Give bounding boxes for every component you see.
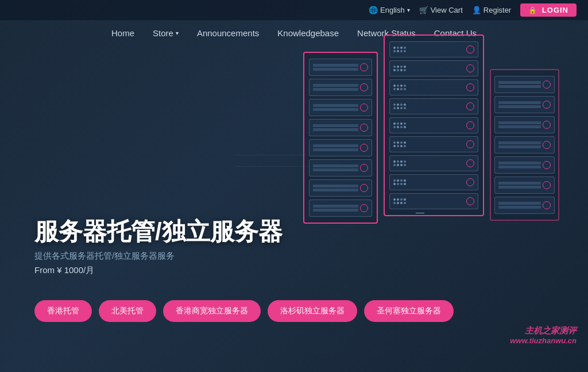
server-unit bbox=[494, 177, 555, 194]
watermark: 主机之家测评 www.tiuzhanwu.cn bbox=[510, 325, 577, 345]
nav-store[interactable]: Store ▾ bbox=[153, 28, 179, 38]
watermark-line1: 主机之家测评 bbox=[510, 325, 577, 336]
login-button[interactable]: LOGIN bbox=[520, 3, 577, 17]
watermark-line2: www.tiuzhanwu.cn bbox=[510, 336, 577, 345]
nav-knowledgebase[interactable]: Knowledgebase bbox=[277, 28, 339, 38]
register-link[interactable]: Register bbox=[472, 6, 511, 14]
server-unit bbox=[389, 79, 478, 95]
server-unit bbox=[389, 174, 478, 190]
server-unit bbox=[309, 99, 372, 116]
lock-icon bbox=[528, 6, 539, 14]
register-label: Register bbox=[483, 6, 511, 14]
server-unit bbox=[389, 136, 478, 152]
server-unit bbox=[309, 139, 372, 156]
login-label: LOGIN bbox=[542, 6, 568, 14]
server-unit bbox=[494, 156, 555, 174]
hero-title: 服务器托管/独立服务器 bbox=[34, 218, 283, 245]
btn-sanjose-server[interactable]: 圣何塞独立服务器 bbox=[364, 300, 454, 322]
server-unit bbox=[309, 119, 372, 136]
server-unit bbox=[494, 96, 555, 113]
server-unit bbox=[389, 41, 478, 57]
server-unit bbox=[309, 159, 372, 177]
server-unit bbox=[389, 60, 478, 76]
cart-label: View Cart bbox=[431, 6, 463, 14]
hero-text: 服务器托管/独立服务器 提供各式服务器托管/独立服务器服务 From ¥ 100… bbox=[34, 218, 283, 276]
server-unit bbox=[389, 98, 478, 114]
globe-icon bbox=[369, 6, 378, 14]
user-icon bbox=[472, 6, 481, 14]
language-label: English bbox=[380, 6, 405, 14]
server-unit bbox=[494, 197, 555, 214]
rack-right bbox=[490, 69, 559, 221]
category-buttons: 香港托管 北美托管 香港商宽独立服务器 洛杉矶独立服务器 圣何塞独立服务器 bbox=[34, 300, 454, 322]
server-unit bbox=[309, 200, 372, 217]
rack-center bbox=[384, 34, 484, 216]
hero-section: 服务器托管/独立服务器 提供各式服务器托管/独立服务器服务 From ¥ 100… bbox=[0, 46, 588, 356]
server-unit bbox=[389, 155, 478, 171]
top-bar: English ▾ View Cart Register LOGIN bbox=[0, 0, 588, 20]
btn-north-america-hosting[interactable]: 北美托管 bbox=[99, 300, 156, 322]
hero-price: From ¥ 1000/月 bbox=[34, 265, 283, 276]
server-unit bbox=[309, 179, 372, 197]
rack-left bbox=[303, 52, 378, 224]
cart-link[interactable]: View Cart bbox=[419, 6, 463, 14]
store-arrow: ▾ bbox=[176, 30, 179, 36]
cart-icon bbox=[419, 6, 428, 14]
server-unit bbox=[494, 116, 555, 133]
server-unit bbox=[389, 193, 478, 209]
nav-home[interactable]: Home bbox=[111, 28, 134, 38]
btn-la-server[interactable]: 洛杉矶独立服务器 bbox=[268, 300, 357, 322]
language-selector[interactable]: English ▾ bbox=[369, 6, 410, 14]
language-arrow: ▾ bbox=[407, 7, 410, 13]
server-unit bbox=[309, 59, 372, 76]
server-unit bbox=[494, 76, 555, 93]
nav-announcements[interactable]: Announcements bbox=[197, 28, 259, 38]
main-nav: Home Store ▾ Announcements Knowledgebase… bbox=[0, 20, 588, 46]
btn-hong-kong-broadband[interactable]: 香港商宽独立服务器 bbox=[163, 300, 261, 322]
btn-hong-kong-hosting[interactable]: 香港托管 bbox=[34, 300, 92, 322]
hero-subtitle: 提供各式服务器托管/独立服务器服务 bbox=[34, 251, 283, 262]
server-unit bbox=[494, 136, 555, 154]
server-unit bbox=[389, 117, 478, 133]
racks-container bbox=[303, 52, 559, 224]
server-unit bbox=[309, 79, 372, 96]
connector-line bbox=[416, 213, 424, 213]
